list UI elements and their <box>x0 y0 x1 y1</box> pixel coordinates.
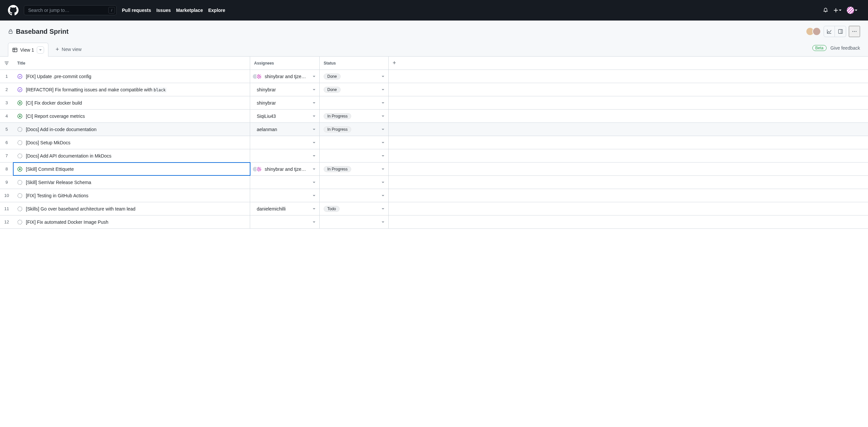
assignees-cell[interactable]: SiqiLiu43 <box>250 109 320 123</box>
insights-button[interactable] <box>824 26 835 37</box>
details-panel-button[interactable] <box>835 26 846 37</box>
table-row[interactable]: 6[Docs] Setup MkDocs <box>0 136 868 149</box>
status-cell[interactable] <box>320 176 389 189</box>
create-new-menu[interactable] <box>834 8 841 12</box>
title-cell[interactable]: [FIX] Fix automated Docker Image Push <box>13 216 250 228</box>
status-cell[interactable]: In Progress <box>320 109 389 123</box>
row-number: 8 <box>0 163 13 175</box>
table-row[interactable]: 1[FIX] Update .pre-commit configshinybra… <box>0 70 868 83</box>
assignees-cell[interactable] <box>250 136 320 149</box>
tab-label: View 1 <box>20 47 34 53</box>
notifications-icon[interactable] <box>823 8 828 13</box>
project-title[interactable]: Baseband Sprint <box>16 28 69 35</box>
github-logo[interactable] <box>8 5 19 15</box>
assignees-cell[interactable] <box>250 149 320 162</box>
project-table: Title Assignees Status + 1[FIX] Update .… <box>0 57 868 229</box>
search-input[interactable]: Search or jump to… / <box>24 5 117 15</box>
nav-pull-requests[interactable]: Pull requests <box>122 8 151 13</box>
assignees-cell[interactable]: shinybrar and tjze… <box>250 163 320 175</box>
status-cell[interactable]: Done <box>320 70 389 83</box>
status-cell[interactable] <box>320 149 389 162</box>
nav-marketplace[interactable]: Marketplace <box>176 8 203 13</box>
title-cell[interactable]: [CI] Report coverage metrics <box>13 109 250 123</box>
status-cell[interactable]: In Progress <box>320 163 389 175</box>
chevron-down-icon <box>313 76 315 77</box>
title-cell[interactable]: [Docs] Add API documentation in MkDocs <box>13 149 250 162</box>
status-cell[interactable]: Todo <box>320 202 389 215</box>
table-row[interactable]: 2[REFACTOR] Fix formatting issues and ma… <box>0 83 868 96</box>
svg-point-3 <box>854 31 855 32</box>
table-row[interactable]: 5[Docs] Add in-code documentationaelanma… <box>0 123 868 136</box>
chevron-down-icon <box>382 155 384 157</box>
table-header-row: Title Assignees Status + <box>0 57 868 70</box>
new-view-button[interactable]: + New view <box>52 42 86 56</box>
chevron-down-icon <box>382 182 384 183</box>
filter-button[interactable] <box>0 57 13 69</box>
title-cell[interactable]: [FIX] Testing in GitHub Actions <box>13 189 250 202</box>
member-avatars[interactable] <box>808 27 821 36</box>
status-cell[interactable] <box>320 136 389 149</box>
title-cell[interactable]: [Docs] Add in-code documentation <box>13 123 250 136</box>
tab-view-1[interactable]: View 1 <box>8 43 49 57</box>
assignees-cell[interactable]: danielemichilli <box>250 202 320 215</box>
assignees-cell[interactable]: aelanman <box>250 123 320 136</box>
table-row[interactable]: 3[CI] Fix docker docker buildshinybrar <box>0 96 868 109</box>
chevron-down-icon <box>313 208 315 209</box>
issue-title: [Docs] Add API documentation in MkDocs <box>26 153 111 159</box>
chevron-down-icon <box>855 10 858 11</box>
column-header-title[interactable]: Title <box>13 57 250 69</box>
nav-explore[interactable]: Explore <box>208 8 225 13</box>
assignees-cell[interactable] <box>250 216 320 228</box>
empty-cell <box>389 202 868 215</box>
title-cell[interactable]: [REFACTOR] Fix formatting issues and mak… <box>13 83 250 96</box>
row-number: 10 <box>0 189 13 202</box>
table-row[interactable]: 7[Docs] Add API documentation in MkDocs <box>0 149 868 163</box>
add-column-button[interactable]: + <box>389 57 868 69</box>
title-cell[interactable]: [CI] Fix docker docker build <box>13 96 250 109</box>
table-row[interactable]: 11[Skills] Go over baseband architecture… <box>0 202 868 216</box>
issue-draft-icon <box>17 220 23 225</box>
chevron-down-icon <box>382 208 384 209</box>
views-tabs: View 1 + New view Beta Give feedback <box>8 42 860 56</box>
row-number: 12 <box>0 216 13 228</box>
status-cell[interactable]: In Progress <box>320 123 389 136</box>
nav-issues[interactable]: Issues <box>156 8 171 13</box>
table-row[interactable]: 10[FIX] Testing in GitHub Actions <box>0 189 868 202</box>
avatar <box>847 7 854 14</box>
column-header-status[interactable]: Status <box>320 57 389 69</box>
table-row[interactable]: 9[Skill] SemVar Release Schema <box>0 176 868 189</box>
table-row[interactable]: 8[Skill] Commit Ettiqueteshinybrar and t… <box>0 163 868 176</box>
title-cell[interactable]: [Docs] Setup MkDocs <box>13 136 250 149</box>
assignees-cell[interactable]: shinybrar and tjze… <box>250 70 320 83</box>
assignees-cell[interactable]: shinybrar <box>250 96 320 109</box>
column-header-assignees[interactable]: Assignees <box>250 57 320 69</box>
status-cell[interactable]: Done <box>320 83 389 96</box>
issue-title: [FIX] Testing in GitHub Actions <box>26 193 89 198</box>
assignees-cell[interactable] <box>250 189 320 202</box>
title-cell[interactable]: [Skill] SemVar Release Schema <box>13 176 250 189</box>
chevron-down-icon <box>313 182 315 183</box>
project-menu[interactable] <box>849 26 860 37</box>
tab-options[interactable] <box>37 46 44 54</box>
assignees-cell[interactable] <box>250 176 320 189</box>
assignees-cell[interactable]: shinybrar <box>250 83 320 96</box>
title-cell[interactable]: [Skills] Go over baseband architecture w… <box>13 202 250 215</box>
table-row[interactable]: 12[FIX] Fix automated Docker Image Push <box>0 216 868 229</box>
chevron-down-icon <box>313 168 315 170</box>
title-cell[interactable]: [Skill] Commit Ettiquete <box>13 163 250 175</box>
svg-point-6 <box>18 74 22 78</box>
table-row[interactable]: 4[CI] Report coverage metricsSiqiLiu43In… <box>0 109 868 123</box>
give-feedback-link[interactable]: Give feedback <box>831 45 860 51</box>
avatar <box>256 73 262 79</box>
avatar <box>256 166 262 172</box>
assignees-text: shinybrar <box>257 87 276 92</box>
user-menu[interactable] <box>847 7 858 14</box>
status-cell[interactable] <box>320 216 389 228</box>
svg-point-14 <box>18 154 22 158</box>
chevron-down-icon <box>382 89 384 90</box>
status-cell[interactable] <box>320 189 389 202</box>
row-number: 11 <box>0 202 13 215</box>
status-cell[interactable] <box>320 96 389 109</box>
status-badge: Done <box>324 87 341 93</box>
title-cell[interactable]: [FIX] Update .pre-commit config <box>13 70 250 83</box>
